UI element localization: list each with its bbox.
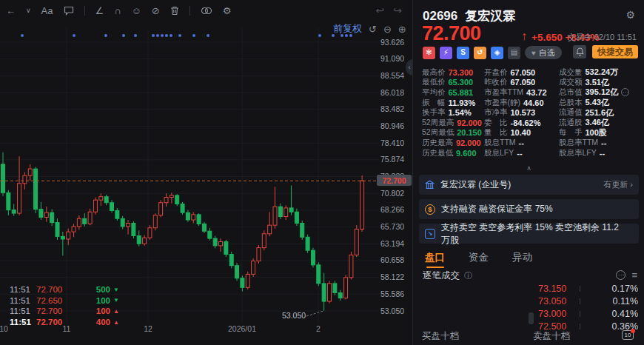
s-badge[interactable]: S bbox=[457, 47, 469, 59]
more-info-icon[interactable]: ⋯ bbox=[621, 88, 629, 96]
panel-tabs: 盘口资金异动 bbox=[425, 251, 532, 268]
link-icon[interactable] bbox=[201, 7, 212, 15]
banner-short-sell-icon[interactable]: ↘支持卖空 卖空参考利率 15% 卖空池剩余 11.2万股 bbox=[419, 224, 639, 244]
panel-settings-icon[interactable]: ⚙ bbox=[625, 9, 635, 21]
stats-row: 换手率1.54%市净率10.573流通值251.6亿 bbox=[422, 107, 644, 118]
banner-text: 支持融资 融资保证金率 75% bbox=[441, 203, 553, 215]
tab-资金[interactable]: 资金 bbox=[469, 251, 489, 268]
history-icons: ↩ ↪ bbox=[376, 4, 402, 16]
y-axis-label: 58.122 bbox=[380, 273, 412, 281]
y-axis-label: 83.482 bbox=[380, 105, 412, 113]
redo-icon[interactable]: ↪ bbox=[393, 4, 402, 16]
y-axis-label: 53.050 bbox=[380, 307, 412, 315]
stat-最高价: 最高价73.300 bbox=[422, 67, 484, 78]
list-icon[interactable]: ≡ bbox=[631, 269, 637, 281]
bell-icon bbox=[576, 47, 584, 56]
stock-badges: ✻⚡S↺◈▤♥自选 bbox=[423, 46, 562, 59]
tick-row: 11:5172.700500▼ bbox=[10, 284, 119, 295]
settings-icon[interactable]: ⚙ bbox=[223, 6, 232, 16]
ask-level-row: 73.1500.17% bbox=[538, 282, 638, 295]
stats-row: 平均价65.881市盈率TTM43.72总市值395.12亿⋯ bbox=[422, 87, 644, 98]
trash-icon[interactable] bbox=[170, 6, 179, 16]
hk-flower-badge[interactable]: ✻ bbox=[423, 47, 435, 59]
stats-collapse-chevron[interactable]: ∧ bbox=[413, 164, 644, 172]
tick-trades-header: 逐笔成交 ⓘ bbox=[423, 269, 637, 282]
quick-trade-button[interactable]: 快捷交易 bbox=[592, 45, 638, 58]
back-icon[interactable]: ← bbox=[6, 6, 16, 16]
y-axis-label: 60.658 bbox=[380, 256, 412, 264]
tab-盘口[interactable]: 盘口 bbox=[425, 251, 445, 268]
ask-depth-label[interactable]: 卖盘十档 bbox=[533, 330, 570, 343]
stat-股息率TTM: 股息率TTM-- bbox=[559, 138, 643, 148]
notification-dot bbox=[631, 329, 635, 333]
banner-building-icon[interactable]: 复宏汉霖 (企业号)有更新 › bbox=[419, 175, 639, 195]
stats-row: 历史最低9.600股息LFY--股息率LFY-- bbox=[422, 148, 644, 158]
heart-icon: ♥ bbox=[531, 49, 536, 57]
y-axis-label: 55.586 bbox=[380, 290, 412, 298]
ask-level-row: 73.0500.11% bbox=[538, 295, 638, 307]
y-axis-label: 80.946 bbox=[380, 122, 412, 130]
magnet-icon[interactable]: ∩ bbox=[114, 6, 121, 16]
short-sell-icon: ↘ bbox=[425, 229, 435, 239]
stat-股息TTM: 股息TTM-- bbox=[484, 138, 559, 148]
toolbar-divider bbox=[84, 6, 85, 16]
stat-量 比: 量 比10.40 bbox=[484, 127, 559, 138]
stat-52周最高: 52周最高92.000 bbox=[422, 118, 484, 128]
info-icon[interactable]: ⓘ bbox=[464, 270, 472, 281]
stat-股息LFY: 股息LFY-- bbox=[484, 148, 559, 158]
depth-10-icon[interactable]: 10 bbox=[622, 330, 634, 340]
trendline-icon[interactable]: ∠ bbox=[95, 6, 104, 16]
y-axis-label: 78.410 bbox=[380, 139, 412, 147]
banner-action[interactable]: 有更新 › bbox=[603, 179, 633, 190]
bid-depth-label[interactable]: 买盘十档 bbox=[422, 330, 459, 343]
ask-levels-list[interactable]: 73.1500.17%73.0500.11%73.0000.41%72.5000… bbox=[538, 282, 638, 329]
stat-52周最低: 52周最低20.150 bbox=[422, 127, 484, 138]
undo-icon[interactable]: ↩ bbox=[376, 4, 385, 16]
lightning-badge[interactable]: ⚡ bbox=[440, 47, 452, 59]
candlestick-chart[interactable] bbox=[0, 21, 379, 326]
y-axis-label: 75.874 bbox=[380, 155, 412, 164]
doc-badge[interactable]: ▤ bbox=[508, 47, 520, 59]
stat-昨收价: 昨收价67.050 bbox=[484, 77, 559, 87]
tick-header-icons: ⋯ ≡ bbox=[616, 269, 637, 281]
alert-bell-button[interactable] bbox=[573, 45, 586, 58]
x-axis-label: 10 bbox=[0, 324, 8, 333]
tick-trades-table[interactable]: 11:5172.700500▼11:5172.650100▼11:5172.70… bbox=[10, 284, 119, 327]
zoom-out-icon[interactable]: ⊖ bbox=[383, 24, 392, 35]
stat-股息率LFY: 股息率LFY-- bbox=[559, 148, 643, 158]
comment-icon[interactable] bbox=[64, 6, 74, 16]
y-axis-label: 86.018 bbox=[380, 89, 412, 97]
stats-row: 最高价73.300开盘价67.050成交量532.24万 bbox=[422, 67, 644, 78]
tag-badge[interactable]: ◈ bbox=[491, 47, 503, 59]
emoji-icon[interactable]: ☺ bbox=[132, 6, 141, 16]
zoom-in-icon[interactable]: ⊕ bbox=[398, 24, 406, 35]
y-axis-label: 93.626 bbox=[380, 38, 412, 47]
tick-row: 11:5172.700400▲ bbox=[10, 317, 119, 328]
more-icon[interactable]: ⋯ bbox=[616, 270, 625, 280]
current-price-tag: 72.700 bbox=[377, 175, 412, 186]
stat-最低价: 最低价65.300 bbox=[422, 77, 484, 87]
tick-row: 11:5172.700100▲ bbox=[10, 306, 119, 317]
add-watchlist-button[interactable]: ♥自选 bbox=[525, 46, 562, 59]
banner-text: 复宏汉霖 (企业号) bbox=[440, 178, 511, 191]
y-axis-label: 63.194 bbox=[380, 240, 412, 248]
text-style-icon[interactable]: Aa bbox=[41, 6, 53, 16]
chevron-down-icon[interactable]: ∨ bbox=[26, 7, 31, 14]
stat-市盈率(静): 市盈率(静)44.60 bbox=[484, 98, 559, 108]
up-arrow-icon: ↑ bbox=[521, 30, 527, 43]
tab-异动[interactable]: 异动 bbox=[512, 251, 532, 268]
banner-dollar-circle-icon[interactable]: $支持融资 融资保证金率 75% bbox=[419, 199, 639, 219]
depth-footer: 买盘十档 卖盘十档 10 bbox=[422, 330, 644, 345]
list-scrollbar-thumb[interactable] bbox=[529, 312, 534, 324]
stat-换手率: 换手率1.54% bbox=[422, 107, 484, 118]
low-price-annotation: 53.050 bbox=[282, 311, 306, 320]
toolbar-divider bbox=[189, 6, 190, 16]
margin-badge[interactable]: ↺ bbox=[474, 47, 486, 59]
stock-app-window: ←∨Aa∠∩☺⊘⚙ ↩ ↪ 前复权 ↺ ⊖ ⊕ 93.62691.09088.5… bbox=[0, 0, 644, 345]
y-axis-label: 68.266 bbox=[380, 206, 412, 214]
stat-平均价: 平均价65.881 bbox=[422, 87, 484, 98]
hide-icon[interactable]: ⊘ bbox=[152, 6, 160, 16]
y-axis-label: 65.730 bbox=[380, 223, 412, 231]
x-axis-label: 2 bbox=[316, 324, 321, 333]
stat-委 比: 委 比-84.62% bbox=[484, 118, 559, 128]
